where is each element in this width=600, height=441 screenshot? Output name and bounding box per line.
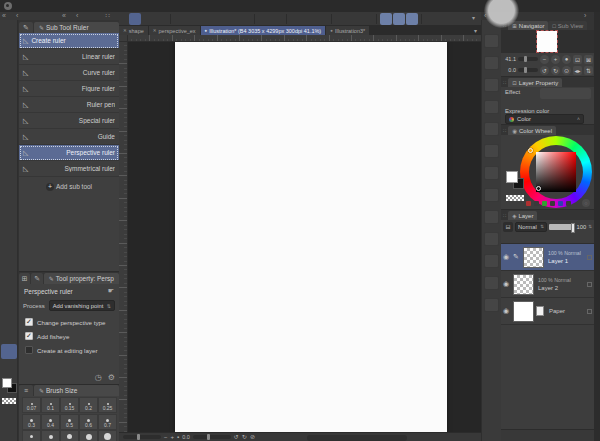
process-dropdown[interactable]: Add vanishing point ⇅ xyxy=(49,300,115,311)
layer-visibility-icon[interactable]: ◉ xyxy=(503,307,511,315)
tool-icon[interactable] xyxy=(1,276,17,291)
layer-row[interactable]: ◉ ✎ Paper xyxy=(501,298,594,325)
stub-tab-3[interactable]: ≡ xyxy=(19,385,33,396)
layer-visibility-icon[interactable]: ◉ xyxy=(503,253,511,261)
brush-size-cell[interactable] xyxy=(79,430,98,441)
tool-icon[interactable] xyxy=(1,310,17,325)
rotate-cw-button[interactable]: ↻ xyxy=(551,66,560,75)
collapse-all-icon[interactable]: « xyxy=(2,13,6,19)
flip-view-button[interactable]: ◂▸ xyxy=(573,66,582,75)
subtool-tab[interactable]: ✎ Sub Tool Ruler xyxy=(34,22,119,33)
tool-icon[interactable] xyxy=(1,72,17,87)
flip-horizontal-button[interactable]: ⊡ xyxy=(573,55,582,64)
brush-size-cell[interactable]: 0.4 xyxy=(41,414,60,430)
hue-marker[interactable] xyxy=(528,148,533,153)
command-icon[interactable] xyxy=(303,13,315,25)
command-icon[interactable] xyxy=(393,13,405,25)
subtool-item[interactable]: ◺ Curve ruler xyxy=(19,65,119,81)
tab-sub-view[interactable]: □ Sub View xyxy=(548,21,587,30)
collapsed-panel-icon[interactable] xyxy=(484,100,499,114)
brush-size-cell[interactable] xyxy=(98,430,117,441)
saturation-value-square[interactable] xyxy=(536,152,576,192)
brush-size-cell[interactable]: 0.3 xyxy=(22,414,41,430)
collapsed-panel-icon[interactable] xyxy=(484,254,499,268)
tool-icon[interactable] xyxy=(1,55,17,70)
command-icon[interactable] xyxy=(425,13,437,25)
document-tab[interactable]: ✕ perspective_ex xyxy=(149,26,201,35)
brush-size-cell[interactable]: 0.07 xyxy=(22,397,41,413)
navigator-zoom-value[interactable]: 41.1 xyxy=(503,56,516,62)
command-icon[interactable] xyxy=(335,13,347,25)
brush-size-cell[interactable]: 0.15 xyxy=(60,397,79,413)
tool-icon[interactable] xyxy=(1,208,17,223)
tab-layer-property[interactable]: ⊡ Layer Property xyxy=(508,78,562,87)
tool-icon[interactable] xyxy=(1,106,17,121)
layer-row[interactable]: ◉ ✎ 100 % Normal Layer 1 xyxy=(501,244,594,271)
command-icon[interactable] xyxy=(380,13,392,25)
updown-button[interactable]: ⇅ xyxy=(584,66,593,75)
brush-size-cell[interactable]: 0.7 xyxy=(98,414,117,430)
color-history-chip[interactable] xyxy=(566,201,571,206)
layer-thumbnail[interactable] xyxy=(523,247,544,268)
zoom-fit-icon[interactable]: ▪ xyxy=(177,434,179,441)
tool-icon[interactable] xyxy=(1,259,17,274)
collapse-all-icon-2[interactable]: « xyxy=(62,13,66,19)
collapsed-panel-icon[interactable] xyxy=(484,210,499,224)
collapsed-panel-icon[interactable] xyxy=(484,78,499,92)
rotate-ccw-icon[interactable]: ↺ xyxy=(234,434,239,441)
effect-icon[interactable] xyxy=(571,89,580,98)
zoom-100-button[interactable]: ● xyxy=(562,55,571,64)
tool-icon[interactable] xyxy=(1,293,17,308)
brush-size-cell[interactable]: 0.2 xyxy=(79,397,98,413)
subtool-item[interactable]: ◺ Linear ruler xyxy=(19,49,119,65)
collapse-right-icon[interactable]: › xyxy=(584,12,586,20)
tool-icon[interactable] xyxy=(1,174,17,189)
collapse-icon-2[interactable]: ‹ xyxy=(76,13,78,19)
tool-icon[interactable] xyxy=(1,361,17,376)
color-wheel-mode-button[interactable]: ◌ xyxy=(582,199,590,207)
brush-size-cell[interactable] xyxy=(60,430,79,441)
color-history-chip[interactable] xyxy=(526,201,531,206)
checkbox-row[interactable]: Create at editing layer xyxy=(19,343,119,357)
navigator-rotation-slider[interactable] xyxy=(518,68,538,72)
tool-icon[interactable] xyxy=(1,38,17,53)
command-icon[interactable] xyxy=(348,13,360,25)
layer-thumbnail[interactable] xyxy=(513,274,534,295)
tab-close-icon[interactable]: ✕ xyxy=(153,28,157,33)
opacity-slider[interactable] xyxy=(549,224,575,230)
command-icon[interactable] xyxy=(213,13,225,25)
rotate-cw-icon[interactable]: ↻ xyxy=(242,434,247,441)
add-subtool-button[interactable]: +Add sub tool xyxy=(19,183,119,191)
command-icon[interactable] xyxy=(174,13,186,25)
tool-icon[interactable] xyxy=(1,157,17,172)
zoom-out-button[interactable]: − xyxy=(540,55,549,64)
zoom-slider[interactable] xyxy=(123,435,161,439)
tab-close-icon[interactable]: ● xyxy=(330,28,333,33)
command-icon[interactable] xyxy=(142,13,154,25)
tool-icon[interactable] xyxy=(1,123,17,138)
brush-size-cell[interactable] xyxy=(41,430,60,441)
collapsed-panel-icon[interactable] xyxy=(484,166,499,180)
command-icon[interactable] xyxy=(406,13,418,25)
collapsed-panel-icon[interactable] xyxy=(484,188,499,202)
brush-size-cell[interactable]: 0.6 xyxy=(79,414,98,430)
subtool-item[interactable]: ◺ Figure ruler xyxy=(19,81,119,97)
zoom-in-icon[interactable]: + xyxy=(171,434,175,441)
clock-icon[interactable]: ◷ xyxy=(95,373,102,382)
tool-mini-tab[interactable]: ✎ xyxy=(19,22,33,33)
command-icon[interactable] xyxy=(200,13,212,25)
foreground-color-swatch[interactable] xyxy=(2,378,12,388)
collapsed-panel-icon[interactable] xyxy=(484,122,499,136)
subtool-item[interactable]: ◺ Perspective ruler xyxy=(19,145,119,161)
command-icon[interactable] xyxy=(451,13,463,25)
tool-icon[interactable] xyxy=(1,140,17,155)
collapsed-panel-icon[interactable] xyxy=(484,34,499,48)
command-icon[interactable] xyxy=(155,13,167,25)
collapsed-panel-icon[interactable] xyxy=(484,56,499,70)
tab-close-icon[interactable]: ✕ xyxy=(123,28,127,33)
command-icon[interactable] xyxy=(438,13,450,25)
layer-row[interactable]: ◉ ✎ 100 % Normal Layer 2 xyxy=(501,271,594,298)
reset-rotation-button[interactable]: ⊙ xyxy=(562,66,571,75)
effect-icon[interactable] xyxy=(581,89,590,98)
rotation-slider[interactable] xyxy=(193,435,231,439)
